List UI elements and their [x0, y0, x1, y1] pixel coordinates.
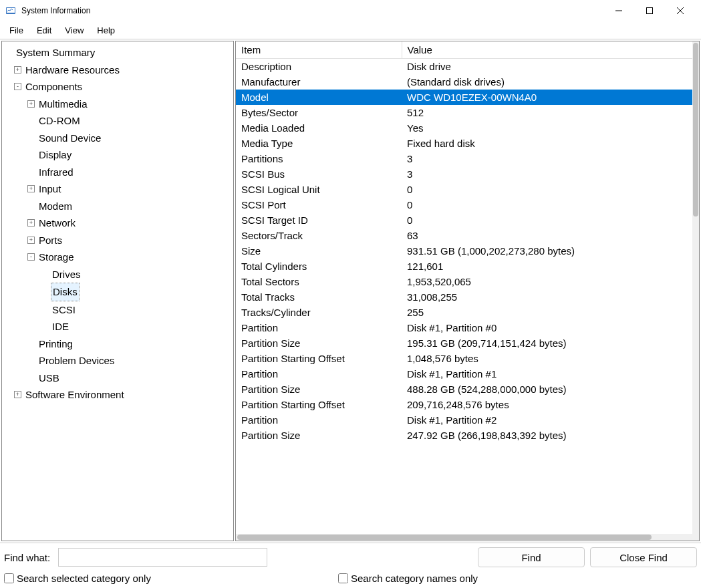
collapse-icon[interactable]: - — [27, 253, 35, 261]
detail-row[interactable]: PartitionDisk #1, Partition #1 — [236, 366, 692, 382]
tree-node-drives[interactable]: Drives — [2, 266, 233, 283]
tree-label[interactable]: Infrared — [37, 164, 75, 181]
menu-edit[interactable]: Edit — [30, 24, 58, 37]
tree-node-modem[interactable]: Modem — [2, 198, 233, 215]
tree-node-ports[interactable]: +Ports — [2, 232, 233, 249]
detail-row[interactable]: Tracks/Cylinder255 — [236, 305, 692, 320]
tree-label[interactable]: Drives — [51, 266, 82, 283]
tree-label[interactable]: Hardware Resources — [24, 61, 121, 79]
detail-content[interactable]: Item Value DescriptionDisk driveManufact… — [236, 41, 692, 541]
expand-icon[interactable]: + — [27, 100, 35, 108]
detail-item: Sectors/Track — [236, 228, 402, 243]
tree-label[interactable]: Sound Device — [37, 130, 102, 147]
category-tree[interactable]: System Summary+Hardware Resources-Compon… — [1, 41, 234, 541]
detail-row[interactable]: PartitionDisk #1, Partition #0 — [236, 320, 692, 335]
tree-node-scsi[interactable]: SCSI — [2, 301, 233, 319]
detail-row[interactable]: SCSI Bus3 — [236, 166, 692, 182]
detail-row[interactable]: Media LoadedYes — [236, 120, 692, 136]
tree-label[interactable]: Display — [37, 146, 73, 164]
detail-row[interactable]: Total Sectors1,953,520,065 — [236, 274, 692, 289]
tree-node-printing[interactable]: Printing — [2, 335, 233, 353]
expand-icon[interactable]: + — [14, 66, 21, 74]
tree-label[interactable]: Modem — [37, 198, 74, 215]
detail-row[interactable]: Total Cylinders121,601 — [236, 259, 692, 274]
tree-label[interactable]: Printing — [37, 335, 74, 353]
tree-label[interactable]: Problem Devices — [37, 352, 116, 370]
detail-row[interactable]: Partition Starting Offset1,048,576 bytes — [236, 351, 692, 366]
expand-icon[interactable]: + — [27, 237, 35, 244]
minimize-button[interactable] — [603, 0, 634, 21]
detail-row[interactable]: Partitions3 — [236, 151, 692, 166]
detail-row[interactable]: Sectors/Track63 — [236, 228, 692, 243]
horizontal-scrollbar-thumb[interactable] — [237, 535, 652, 540]
vertical-scrollbar[interactable] — [692, 41, 699, 541]
tree-node-cd-rom[interactable]: CD-ROM — [2, 112, 233, 130]
tree-node-sound-device[interactable]: Sound Device — [2, 130, 233, 147]
detail-row[interactable]: ModelWDC WD10EZEX-00WN4A0 — [236, 90, 692, 105]
tree-node-hardware-resources[interactable]: +Hardware Resources — [2, 61, 233, 79]
tree-node-ide[interactable]: IDE — [2, 318, 233, 335]
tree-node-disks[interactable]: Disks — [2, 283, 233, 301]
maximize-button[interactable] — [634, 0, 665, 21]
tree-node-display[interactable]: Display — [2, 146, 233, 164]
detail-row[interactable]: Partition Size195.31 GB (209,714,151,424… — [236, 335, 692, 351]
tree-label[interactable]: Ports — [37, 232, 63, 249]
detail-row[interactable]: Partition Size488.28 GB (524,288,000,000… — [236, 382, 692, 397]
horizontal-scrollbar[interactable] — [236, 534, 692, 541]
tree-node-storage[interactable]: -Storage — [2, 249, 233, 266]
expand-icon[interactable]: + — [27, 219, 35, 227]
search-category-names-checkbox[interactable]: Search category names only — [338, 573, 478, 584]
tree-node-system-summary[interactable]: System Summary — [2, 44, 233, 61]
detail-row[interactable]: Size931.51 GB (1,000,202,273,280 bytes) — [236, 243, 692, 259]
close-button[interactable] — [665, 0, 696, 21]
tree-spacer — [27, 117, 35, 124]
tree-node-problem-devices[interactable]: Problem Devices — [2, 352, 233, 370]
collapse-icon[interactable]: - — [14, 83, 21, 90]
tree-label[interactable]: CD-ROM — [37, 112, 82, 130]
detail-row[interactable]: Partition Starting Offset209,716,248,576… — [236, 397, 692, 412]
tree-label[interactable]: Multimedia — [37, 96, 89, 113]
menu-help[interactable]: Help — [90, 24, 122, 37]
close-find-button[interactable]: Close Find — [590, 547, 697, 567]
menu-view[interactable]: View — [58, 24, 90, 37]
tree-spacer — [27, 202, 35, 210]
tree-node-network[interactable]: +Network — [2, 214, 233, 232]
find-button[interactable]: Find — [478, 547, 585, 567]
tree-node-software-environment[interactable]: +Software Environment — [2, 386, 233, 404]
detail-row[interactable]: SCSI Port0 — [236, 197, 692, 212]
vertical-scrollbar-thumb[interactable] — [693, 43, 698, 216]
menu-file[interactable]: File — [3, 24, 30, 37]
detail-row[interactable]: Total Tracks31,008,255 — [236, 289, 692, 305]
find-input[interactable] — [58, 548, 267, 567]
expand-icon[interactable]: + — [27, 185, 35, 192]
detail-row[interactable]: Partition Size247.92 GB (266,198,843,392… — [236, 428, 692, 443]
detail-row[interactable]: Bytes/Sector512 — [236, 105, 692, 120]
detail-row[interactable]: SCSI Target ID0 — [236, 212, 692, 228]
detail-row[interactable]: Manufacturer(Standard disk drives) — [236, 74, 692, 90]
tree-node-usb[interactable]: USB — [2, 370, 233, 387]
tree-label[interactable]: Network — [37, 214, 77, 232]
tree-label[interactable]: Input — [37, 180, 62, 198]
column-header-item[interactable]: Item — [236, 41, 402, 59]
checkbox-selected-category[interactable] — [4, 573, 14, 583]
tree-label[interactable]: IDE — [51, 318, 70, 335]
tree-node-multimedia[interactable]: +Multimedia — [2, 96, 233, 113]
tree-label[interactable]: USB — [37, 370, 61, 387]
tree-node-input[interactable]: +Input — [2, 180, 233, 198]
tree-label[interactable]: Storage — [37, 249, 76, 266]
detail-row[interactable]: DescriptionDisk drive — [236, 59, 692, 75]
search-selected-category-checkbox[interactable]: Search selected category only — [4, 573, 151, 584]
tree-label[interactable]: Software Environment — [24, 386, 126, 404]
detail-row[interactable]: Media TypeFixed hard disk — [236, 136, 692, 151]
expand-icon[interactable]: + — [14, 391, 21, 398]
tree-label[interactable]: Disks — [51, 283, 80, 301]
checkbox-category-names[interactable] — [338, 573, 348, 583]
tree-label[interactable]: SCSI — [51, 301, 77, 319]
tree-label[interactable]: System Summary — [15, 44, 96, 61]
tree-node-infrared[interactable]: Infrared — [2, 164, 233, 181]
tree-node-components[interactable]: -Components — [2, 78, 233, 96]
detail-row[interactable]: SCSI Logical Unit0 — [236, 182, 692, 197]
detail-row[interactable]: PartitionDisk #1, Partition #2 — [236, 412, 692, 428]
column-header-value[interactable]: Value — [402, 41, 692, 59]
tree-label[interactable]: Components — [24, 78, 84, 96]
